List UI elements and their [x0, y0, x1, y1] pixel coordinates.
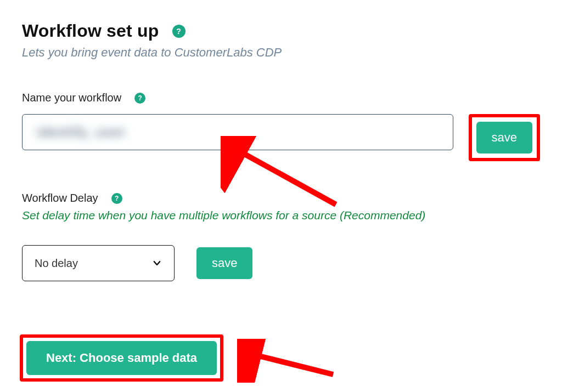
chevron-down-icon	[152, 258, 162, 268]
save-name-button[interactable]: save	[476, 122, 532, 154]
page-heading-row: Workflow set up ?	[22, 21, 540, 41]
next-button[interactable]: Next: Choose sample data	[26, 341, 217, 375]
workflow-delay-selected: No delay	[35, 257, 78, 270]
workflow-delay-label-row: Workflow Delay ?	[22, 192, 540, 204]
workflow-name-input-row: identify_user save	[22, 114, 540, 161]
workflow-delay-label: Workflow Delay	[22, 192, 98, 204]
svg-line-1	[245, 353, 333, 374]
workflow-name-label-row: Name your workflow ?	[22, 92, 540, 104]
workflow-name-section: Name your workflow ? identify_user save	[22, 92, 540, 161]
annotation-arrow-icon	[237, 339, 341, 385]
page-title: Workflow set up	[22, 21, 159, 41]
workflow-delay-controls: No delay save	[22, 245, 540, 281]
help-icon[interactable]: ?	[134, 93, 145, 104]
page-subtitle: Lets you bring event data to CustomerLab…	[22, 46, 540, 60]
workflow-delay-hint: Set delay time when you have multiple wo…	[22, 209, 540, 222]
workflow-name-value: identify_user	[37, 124, 126, 140]
annotation-highlight-next: Next: Choose sample data	[20, 334, 223, 382]
workflow-name-label: Name your workflow	[22, 92, 121, 104]
help-icon[interactable]: ?	[111, 193, 122, 204]
workflow-delay-select[interactable]: No delay	[22, 245, 175, 281]
workflow-name-input[interactable]: identify_user	[22, 114, 453, 150]
save-delay-button[interactable]: save	[196, 247, 252, 279]
annotation-highlight-save-name: save	[469, 114, 540, 161]
workflow-delay-section: Workflow Delay ? Set delay time when you…	[22, 192, 540, 281]
help-icon[interactable]: ?	[172, 25, 186, 38]
